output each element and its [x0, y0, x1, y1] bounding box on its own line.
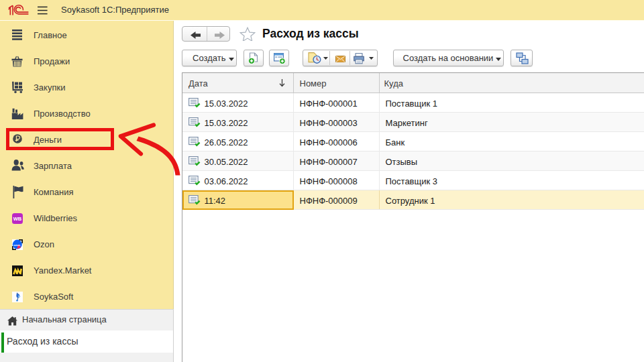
- svg-text:WB: WB: [13, 216, 22, 222]
- svg-text:ozon: ozon: [13, 243, 21, 247]
